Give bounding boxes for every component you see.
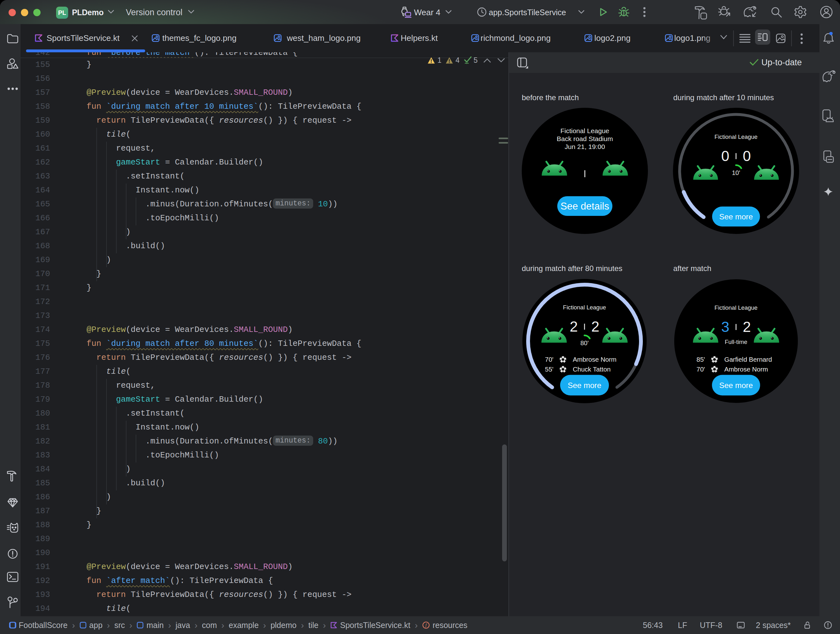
svg-text:Back road Stadium: Back road Stadium <box>557 135 613 142</box>
svg-text:Fictional League: Fictional League <box>714 133 758 140</box>
svg-text:Fictional League: Fictional League <box>714 304 758 311</box>
svg-text:See more: See more <box>568 381 601 390</box>
svg-text:See more: See more <box>719 212 753 221</box>
svg-text:Chuck Tatton: Chuck Tatton <box>573 365 611 373</box>
svg-text:Full-time: Full-time <box>725 338 747 345</box>
svg-text:70': 70' <box>545 356 553 363</box>
svg-text:See details: See details <box>561 201 609 212</box>
svg-text:10': 10' <box>732 169 740 176</box>
svg-text:55': 55' <box>545 365 553 373</box>
svg-text:85': 85' <box>696 356 705 363</box>
svg-text:Jun 21, 19:00: Jun 21, 19:00 <box>565 143 605 150</box>
svg-text:0: 0 <box>743 148 751 164</box>
svg-text:Fictional League: Fictional League <box>563 304 606 311</box>
svg-text:0: 0 <box>721 148 729 164</box>
svg-text:f: f <box>425 623 427 628</box>
svg-text:2: 2 <box>743 319 751 335</box>
svg-text:Ambrose Norm: Ambrose Norm <box>724 365 768 373</box>
svg-text:3: 3 <box>721 319 729 335</box>
svg-text:Fictional League: Fictional League <box>561 127 609 134</box>
svg-text:80': 80' <box>580 340 589 346</box>
svg-text:2: 2 <box>591 318 599 335</box>
svg-text:70': 70' <box>696 365 705 373</box>
svg-text:See more: See more <box>719 381 753 390</box>
svg-text:2: 2 <box>570 318 578 335</box>
svg-text:Garfield Bernard: Garfield Bernard <box>724 356 772 363</box>
svg-text:Ambrose Norm: Ambrose Norm <box>573 356 617 363</box>
